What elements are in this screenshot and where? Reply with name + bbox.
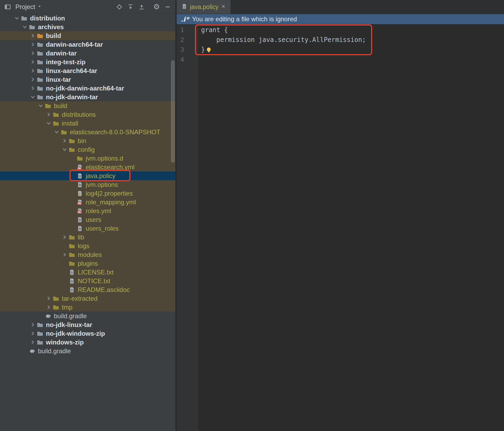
tree-item-build[interactable]: build xyxy=(0,31,175,40)
tree-item-label: elasticsearch.yml xyxy=(86,163,134,171)
code-area[interactable]: grant { permission java.security.AllPerm… xyxy=(198,24,504,431)
text-file-icon xyxy=(76,225,83,232)
chevron-collapsed-icon[interactable] xyxy=(29,51,37,56)
tree-item-no-jdk-darwin-tar[interactable]: no-jdk-darwin-tar xyxy=(0,93,175,101)
chevron-expanded-icon[interactable] xyxy=(13,16,21,21)
chevron-expanded-icon[interactable] xyxy=(53,130,60,135)
folder-icon xyxy=(37,85,44,92)
chevron-collapsed-icon[interactable] xyxy=(45,305,53,310)
tree-item-modules[interactable]: modules xyxy=(0,250,175,259)
code-line[interactable]: permission java.security.AllPermission; xyxy=(198,35,504,45)
tree-item-build[interactable]: build xyxy=(0,101,175,110)
tree-item-java.policy[interactable]: java.policy xyxy=(0,171,175,180)
chevron-expanded-icon[interactable] xyxy=(37,103,45,108)
chevron-collapsed-icon[interactable] xyxy=(29,42,37,47)
tree-item-label: LICENSE.txt xyxy=(78,269,114,276)
tree-item-darwin-aarch64-tar[interactable]: darwin-aarch64-tar xyxy=(0,40,175,49)
tree-item-bin[interactable]: bin xyxy=(0,136,175,145)
tree-item-notice.txt[interactable]: NOTICE.txt xyxy=(0,277,175,285)
tree-item-tmp[interactable]: tmp xyxy=(0,303,175,312)
chevron-collapsed-icon[interactable] xyxy=(45,112,53,117)
tree-item-plugins[interactable]: plugins xyxy=(0,259,175,268)
chevron-collapsed-icon[interactable] xyxy=(29,59,37,64)
tree-item-elasticsearch.yml[interactable]: YMLelasticsearch.yml xyxy=(0,163,175,171)
code-text: } xyxy=(201,46,205,53)
tree-item-users[interactable]: users xyxy=(0,215,175,224)
tree-item-label: NOTICE.txt xyxy=(78,277,110,285)
tree-item-label: windows-zip xyxy=(46,339,84,346)
tree-item-readme.asciidoc[interactable]: README.asciidoc xyxy=(0,285,175,294)
chevron-down-icon[interactable] xyxy=(37,4,42,10)
chevron-collapsed-icon[interactable] xyxy=(29,331,37,336)
text-file-icon xyxy=(181,3,187,10)
tree-item-archives[interactable]: archives xyxy=(0,23,175,31)
text-file-icon xyxy=(76,216,83,223)
collapse-all-icon[interactable] xyxy=(137,2,146,11)
tree-item-jvm.options[interactable]: jvm.options xyxy=(0,180,175,189)
expand-all-icon[interactable] xyxy=(126,2,135,11)
tree-item-config[interactable]: config xyxy=(0,145,175,154)
chevron-collapsed-icon[interactable] xyxy=(60,252,68,257)
tree-item-no-jdk-windows-zip[interactable]: no-jdk-windows-zip xyxy=(0,329,175,338)
tree-item-no-jdk-darwin-aarch64-tar[interactable]: no-jdk-darwin-aarch64-tar xyxy=(0,84,175,93)
editor-tab-bar: java.policy xyxy=(177,0,504,14)
folder-icon xyxy=(37,94,44,101)
tree-item-label: modules xyxy=(78,251,102,258)
excluded-folder-icon xyxy=(53,111,59,118)
tree-item-distributions[interactable]: distributions xyxy=(0,110,175,119)
tree-item-distribution[interactable]: distribution xyxy=(0,14,175,23)
tree-item-logs[interactable]: logs xyxy=(0,242,175,250)
chevron-collapsed-icon[interactable] xyxy=(29,322,37,327)
tree-item-darwin-tar[interactable]: darwin-tar xyxy=(0,49,175,58)
excluded-folder-icon xyxy=(45,102,51,109)
tree-item-elasticsearch-8.0.0-snapshot[interactable]: elasticsearch-8.0.0-SNAPSHOT xyxy=(0,128,175,136)
tree-item-jvm.options.d[interactable]: jvm.options.d xyxy=(0,154,175,163)
chevron-collapsed-icon[interactable] xyxy=(45,296,53,301)
tree-item-build.gradle[interactable]: build.gradle xyxy=(0,347,175,355)
tree-item-users_roles[interactable]: users_roles xyxy=(0,224,175,233)
tree-item-label: bin xyxy=(78,137,86,145)
tree-item-linux-tar[interactable]: linux-tar xyxy=(0,75,175,84)
tree-item-install[interactable]: install xyxy=(0,119,175,128)
chevron-collapsed-icon[interactable] xyxy=(29,68,37,73)
tree-item-log4j2.properties[interactable]: log4j2.properties xyxy=(0,189,175,198)
tree-item-integ-test-zip[interactable]: integ-test-zip xyxy=(0,58,175,66)
chevron-collapsed-icon[interactable] xyxy=(60,138,68,143)
code-line[interactable]: } xyxy=(198,45,504,55)
chevron-expanded-icon[interactable] xyxy=(60,147,68,152)
project-view-selector[interactable]: Project xyxy=(15,3,35,11)
chevron-collapsed-icon[interactable] xyxy=(29,77,37,82)
tree-item-no-jdk-linux-tar[interactable]: no-jdk-linux-tar xyxy=(0,320,175,329)
locate-icon[interactable] xyxy=(115,2,124,11)
editor-tab-java-policy[interactable]: java.policy xyxy=(177,0,231,14)
chevron-collapsed-icon[interactable] xyxy=(60,235,68,240)
intention-bulb-icon[interactable] xyxy=(205,46,212,56)
tree-scrollbar-thumb[interactable] xyxy=(171,61,175,162)
excluded-folder-icon xyxy=(68,234,75,241)
code-line[interactable]: grant { xyxy=(198,25,504,35)
line-number: 2 xyxy=(177,35,198,45)
code-line[interactable] xyxy=(198,55,504,64)
tree-item-lib[interactable]: lib xyxy=(0,233,175,242)
tree-item-windows-zip[interactable]: windows-zip xyxy=(0,338,175,347)
tree-item-label: no-jdk-darwin-aarch64-tar xyxy=(46,85,124,92)
tool-window-icon xyxy=(3,2,12,11)
chevron-collapsed-icon[interactable] xyxy=(29,340,37,345)
tree-item-roles.yml[interactable]: YMLroles.yml xyxy=(0,206,175,215)
chevron-expanded-icon[interactable] xyxy=(29,94,37,100)
chevron-expanded-icon[interactable] xyxy=(45,121,53,126)
tab-close-icon[interactable] xyxy=(221,4,226,10)
tree-item-linux-aarch64-tar[interactable]: linux-aarch64-tar xyxy=(0,66,175,75)
settings-gear-icon[interactable]: ⚙ xyxy=(152,2,161,11)
gradle-file-icon xyxy=(29,348,36,355)
excluded-folder-icon xyxy=(60,129,67,136)
tree-item-build.gradle[interactable]: build.gradle xyxy=(0,312,175,320)
tree-item-label: install xyxy=(62,120,78,127)
chevron-collapsed-icon[interactable] xyxy=(29,86,37,91)
chevron-collapsed-icon[interactable] xyxy=(29,33,37,38)
tree-item-tar-extracted[interactable]: tar-extracted xyxy=(0,294,175,303)
chevron-expanded-icon[interactable] xyxy=(21,24,29,29)
tree-item-license.txt[interactable]: LICENSE.txt xyxy=(0,268,175,277)
tree-item-role_mapping.yml[interactable]: YMLrole_mapping.yml xyxy=(0,198,175,206)
hide-panel-icon[interactable] xyxy=(163,2,172,11)
